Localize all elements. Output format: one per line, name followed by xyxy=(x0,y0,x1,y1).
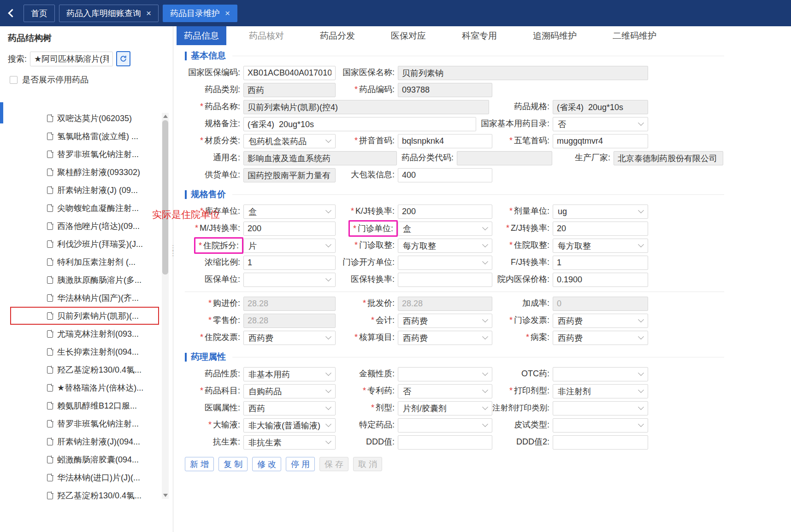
skin-test-select[interactable] xyxy=(553,418,648,433)
tree-item[interactable]: 生长抑素注射剂(094... xyxy=(0,343,162,361)
spec-note-input[interactable] xyxy=(243,117,476,131)
inpatient-invoice-select[interactable]: 西药费 xyxy=(243,331,336,345)
tree-item[interactable]: 尖吻蝮蛇血凝酶注射... xyxy=(0,199,162,217)
outpatient-unit-select[interactable]: 盒 xyxy=(398,222,492,236)
outpatient-round-label: *门诊取整: xyxy=(354,237,398,254)
hospital-insurance-price-input[interactable] xyxy=(553,273,648,287)
drug-subject-select[interactable]: 自购药品 xyxy=(243,384,336,398)
injection-print-select[interactable] xyxy=(553,401,648,415)
tree-item[interactable]: 胰激肽原酶肠溶片(多... xyxy=(0,271,162,289)
kj-rate-input[interactable] xyxy=(398,205,492,219)
zj-rate-input[interactable] xyxy=(553,222,648,236)
accounting-item-label: *核算项目: xyxy=(354,329,398,346)
national-catalog-select[interactable]: 否 xyxy=(553,117,648,131)
scrollbar-thumb[interactable] xyxy=(162,120,168,275)
required-marker: * xyxy=(363,298,366,308)
tree-item[interactable]: 华法林钠片(国产)(齐... xyxy=(0,289,162,307)
tree-item[interactable]: 华法林钠(进口)片(J)(... xyxy=(0,468,162,486)
inpatient-round-select[interactable]: 每方取整 xyxy=(553,239,648,253)
show-disabled-drugs-checkbox[interactable] xyxy=(10,76,18,84)
print-form-select[interactable]: 非注射剂 xyxy=(553,384,648,398)
amount-nature-select[interactable] xyxy=(398,367,492,381)
pinyin-code-input[interactable] xyxy=(398,134,492,148)
accounting-item-select[interactable]: 西药费 xyxy=(398,331,492,345)
stock-unit-select[interactable]: 盒 xyxy=(243,205,336,219)
tree-item[interactable]: 赖氨肌醇维B12口服... xyxy=(0,397,162,415)
dosage-form-select[interactable]: 片剂/胶囊剂 xyxy=(398,401,492,415)
tree-item[interactable]: 双嘧达莫片(062035) xyxy=(0,109,162,127)
tree-item-selected[interactable]: 贝前列素钠片(凯那)(... xyxy=(10,307,159,325)
accounting-select[interactable]: 西药费 xyxy=(398,314,492,328)
scroll-up-icon[interactable] xyxy=(163,115,168,118)
modify-button[interactable]: 修 改 xyxy=(252,457,281,471)
patent-select[interactable]: 否 xyxy=(398,384,492,398)
dose-unit-select[interactable]: ug xyxy=(553,205,648,219)
medical-record-select[interactable]: 西药费 xyxy=(553,331,648,345)
tree-item[interactable]: 羟乙基淀粉130/0.4氯... xyxy=(0,486,162,504)
insurance-unit-select[interactable] xyxy=(243,273,336,287)
copy-button[interactable]: 复 制 xyxy=(218,457,248,471)
nhi-code-input[interactable] xyxy=(243,66,336,80)
mj-rate-input[interactable] xyxy=(243,222,336,236)
drug-spec-input xyxy=(553,100,648,114)
package-info-input[interactable] xyxy=(398,168,492,182)
tree-item[interactable]: 氢氯吡格雷(波立维) ... xyxy=(0,127,162,145)
tree-item[interactable]: 肝素钠注射液(J)(094... xyxy=(0,433,162,450)
close-icon[interactable]: × xyxy=(146,9,151,18)
tree-item[interactable]: 蚓激酶肠溶胶囊(094... xyxy=(0,450,162,468)
manufacturer-label: 生产厂家: xyxy=(575,150,614,167)
tree-item[interactable]: 羟乙基淀粉130/0.4氯... xyxy=(0,361,162,379)
outpatient-rx-unit-select[interactable] xyxy=(398,256,492,270)
package-info-label: 大包装信息: xyxy=(351,167,398,184)
antibiotic-select[interactable]: 非抗生素 xyxy=(243,435,336,450)
search-input[interactable] xyxy=(30,52,113,66)
tab-home[interactable]: 首页 xyxy=(24,5,55,22)
special-drug-select[interactable] xyxy=(398,418,492,433)
tree-item[interactable]: 肝素钠注射液(J) (09... xyxy=(0,181,162,199)
tree-scrollbar[interactable] xyxy=(162,113,169,499)
collapsed-panel-indicator[interactable] xyxy=(0,102,3,123)
scroll-down-icon[interactable] xyxy=(163,494,168,497)
order-attr-select[interactable]: 西药 xyxy=(243,401,336,415)
concentrate-ratio-input[interactable] xyxy=(243,256,336,270)
insurance-rate-input[interactable] xyxy=(398,273,492,287)
tree-item[interactable]: 尤瑞克林注射剂(093... xyxy=(0,325,162,343)
tab-drug-info[interactable]: 药品信息 xyxy=(177,26,226,45)
tab-qr-code[interactable]: 二维码维护 xyxy=(605,26,664,45)
tab-trace-code[interactable]: 追溯码维护 xyxy=(525,26,584,45)
tab-insurance-mapping[interactable]: 医保对应 xyxy=(384,26,433,45)
infusion-select[interactable]: 非大输液(普通输液) xyxy=(243,418,336,433)
back-icon[interactable] xyxy=(8,9,16,17)
inpatient-split-select[interactable]: 片 xyxy=(243,239,336,253)
otc-select[interactable] xyxy=(553,367,648,381)
disable-button[interactable]: 停 用 xyxy=(286,457,315,471)
tree-item[interactable]: 替罗非班氯化钠注射... xyxy=(0,415,162,433)
tree-item[interactable]: 聚桂醇注射液(093302) xyxy=(0,163,162,181)
tab-drug-check[interactable]: 药品核对 xyxy=(242,26,291,45)
tree-item[interactable]: 替罗非班氯化钠注射... xyxy=(0,145,162,163)
outpatient-round-select[interactable]: 每方取整 xyxy=(398,239,492,253)
fj-rate-input[interactable] xyxy=(553,256,648,270)
tree-item[interactable]: 利伐沙班片(拜瑞妥)(J... xyxy=(0,235,162,253)
markup-rate-input xyxy=(553,297,648,311)
tree-item[interactable]: ★替格瑞洛片(倍林达)... xyxy=(0,379,162,397)
tab-department-specific[interactable]: 科室专用 xyxy=(455,26,504,45)
action-button-row: 新 增 复 制 修 改 停 用 保 存 取 消 xyxy=(185,457,724,471)
close-icon[interactable]: × xyxy=(225,9,230,18)
tab-drug-catalog-maintenance[interactable]: 药品目录维护 × xyxy=(163,5,237,22)
wubi-code-input[interactable] xyxy=(553,134,648,148)
tab-drug-inbound-query[interactable]: 药品入库明细账查询 × xyxy=(59,5,159,22)
tree-item-label: 贝前列素钠片(凯那)(... xyxy=(57,310,139,322)
tree-item-label: 胰激肽原酶肠溶片(多... xyxy=(57,275,142,286)
drug-nature-select[interactable]: 非基本用药 xyxy=(243,367,336,381)
material-class-select[interactable]: 包药机盒装药品 xyxy=(243,134,336,148)
required-marker: * xyxy=(371,403,374,412)
refresh-button[interactable] xyxy=(116,51,130,66)
tree-item[interactable]: 西洛他唑片(培达)(09... xyxy=(0,217,162,235)
add-button[interactable]: 新 增 xyxy=(185,457,214,471)
tab-drug-distribution[interactable]: 药品分发 xyxy=(313,26,362,45)
outpatient-invoice-select[interactable]: 西药费 xyxy=(553,314,648,328)
ddd-value-input[interactable] xyxy=(398,435,492,450)
tree-item[interactable]: 特利加压素注射剂 (... xyxy=(0,253,162,271)
ddd-value2-input[interactable] xyxy=(553,435,648,450)
